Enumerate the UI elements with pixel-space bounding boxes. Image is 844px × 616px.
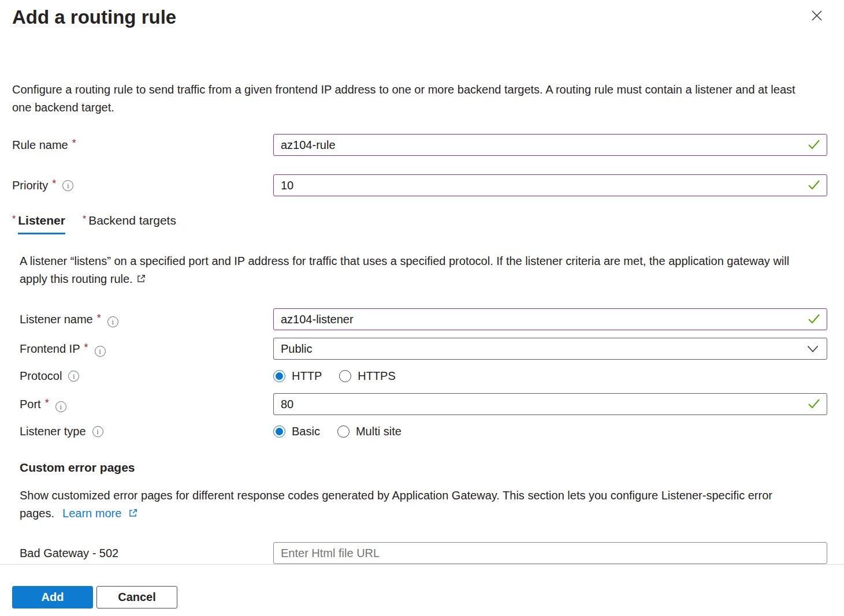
radio-unselected-icon [337, 425, 350, 438]
protocol-radio-http[interactable]: HTTP [273, 369, 322, 383]
cancel-button[interactable]: Cancel [96, 586, 177, 608]
listener-name-field [273, 308, 827, 330]
dialog-footer: Add Cancel [0, 564, 844, 616]
tab-backend-targets-label: Backend targets [88, 214, 176, 233]
protocol-label: Protocol i [12, 367, 273, 384]
required-marker: * [52, 178, 56, 190]
listener-type-row: Listener type i Basic Multi site [12, 423, 827, 440]
listener-type-radio-multi-site[interactable]: Multi site [337, 425, 401, 438]
listener-name-label-text: Listener name [20, 313, 93, 326]
listener-type-label: Listener type i [12, 423, 273, 440]
protocol-option-https-label: HTTPS [358, 369, 396, 383]
listener-type-radio-basic[interactable]: Basic [273, 425, 320, 438]
bad-gateway-field [273, 542, 827, 564]
tab-listener[interactable]: * Listener [12, 214, 65, 234]
required-marker: * [45, 397, 49, 409]
listener-type-label-text: Listener type [20, 425, 86, 438]
rule-name-row: Rule name* [12, 134, 827, 156]
listener-name-row: Listener name* i [12, 308, 827, 330]
port-row: Port* i [12, 393, 827, 415]
rule-name-input[interactable] [273, 134, 827, 156]
close-button[interactable] [806, 6, 827, 27]
required-marker: * [84, 342, 88, 354]
add-button[interactable]: Add [12, 586, 93, 608]
listener-description: A listener “listens” on a specified port… [12, 252, 818, 289]
frontend-ip-field: Public [273, 338, 827, 360]
rule-name-label-text: Rule name [12, 139, 68, 152]
port-label-text: Port [20, 398, 41, 411]
tab-bar: * Listener * Backend targets [12, 214, 827, 234]
listener-type-option-basic-label: Basic [292, 425, 320, 438]
bad-gateway-url-input[interactable] [273, 542, 827, 564]
info-icon[interactable]: i [107, 316, 118, 327]
rule-name-label: Rule name* [12, 134, 273, 156]
frontend-ip-selected-value: Public [281, 342, 312, 356]
info-icon[interactable]: i [62, 180, 73, 191]
external-link-icon[interactable] [136, 271, 146, 289]
listener-name-input[interactable] [273, 308, 827, 330]
frontend-ip-label: Frontend IP* i [12, 338, 273, 360]
info-icon[interactable]: i [68, 371, 79, 382]
protocol-label-text: Protocol [20, 369, 62, 383]
dialog-header: Add a routing rule [12, 0, 827, 30]
protocol-radio-group: HTTP HTTPS [273, 367, 827, 384]
required-marker: * [97, 312, 101, 324]
priority-input[interactable] [273, 174, 827, 196]
valid-check-icon [808, 180, 820, 193]
port-field [273, 393, 827, 415]
priority-row: Priority* i [12, 174, 827, 196]
frontend-ip-dropdown[interactable]: Public [273, 338, 827, 360]
tab-listener-label: Listener [18, 214, 65, 234]
port-input[interactable] [273, 393, 827, 415]
valid-check-icon [808, 398, 820, 412]
protocol-row: Protocol i HTTP HTTPS [12, 367, 827, 384]
protocol-radio-https[interactable]: HTTPS [339, 369, 396, 383]
priority-label: Priority* i [12, 174, 273, 196]
listener-type-option-multi-site-label: Multi site [356, 425, 401, 438]
required-marker: * [72, 137, 76, 150]
close-icon [810, 9, 824, 24]
bad-gateway-row: Bad Gateway - 502 [12, 542, 827, 564]
priority-field [273, 174, 827, 196]
info-icon[interactable]: i [95, 346, 106, 357]
chevron-down-icon [807, 342, 819, 356]
required-marker: * [12, 214, 16, 225]
radio-unselected-icon [339, 370, 351, 382]
external-link-icon [128, 506, 138, 524]
valid-check-icon [808, 313, 820, 327]
frontend-ip-label-text: Frontend IP [20, 342, 80, 356]
required-marker: * [83, 214, 86, 225]
rule-name-field [273, 134, 827, 156]
intro-text: Configure a routing rule to send traffic… [12, 81, 798, 117]
tab-backend-targets[interactable]: * Backend targets [83, 214, 176, 234]
radio-selected-icon [273, 370, 285, 382]
learn-more-link[interactable]: Learn more [62, 507, 138, 520]
page-title: Add a routing rule [12, 5, 827, 30]
info-icon[interactable]: i [92, 426, 103, 437]
valid-check-icon [808, 139, 820, 152]
custom-error-pages-heading: Custom error pages [12, 461, 827, 475]
priority-label-text: Priority [12, 179, 48, 192]
port-label: Port* i [12, 393, 273, 415]
radio-selected-icon [273, 425, 285, 438]
learn-more-label: Learn more [62, 507, 121, 520]
info-icon[interactable]: i [55, 401, 66, 412]
frontend-ip-row: Frontend IP* i Public [12, 338, 827, 360]
custom-error-pages-description: Show customized error pages for differen… [12, 487, 798, 524]
protocol-option-http-label: HTTP [292, 369, 322, 383]
dialog-content: Add a routing rule Configure a routing r… [0, 0, 844, 564]
listener-name-label: Listener name* i [12, 308, 273, 330]
bad-gateway-label: Bad Gateway - 502 [12, 542, 273, 564]
listener-type-radio-group: Basic Multi site [273, 423, 827, 440]
